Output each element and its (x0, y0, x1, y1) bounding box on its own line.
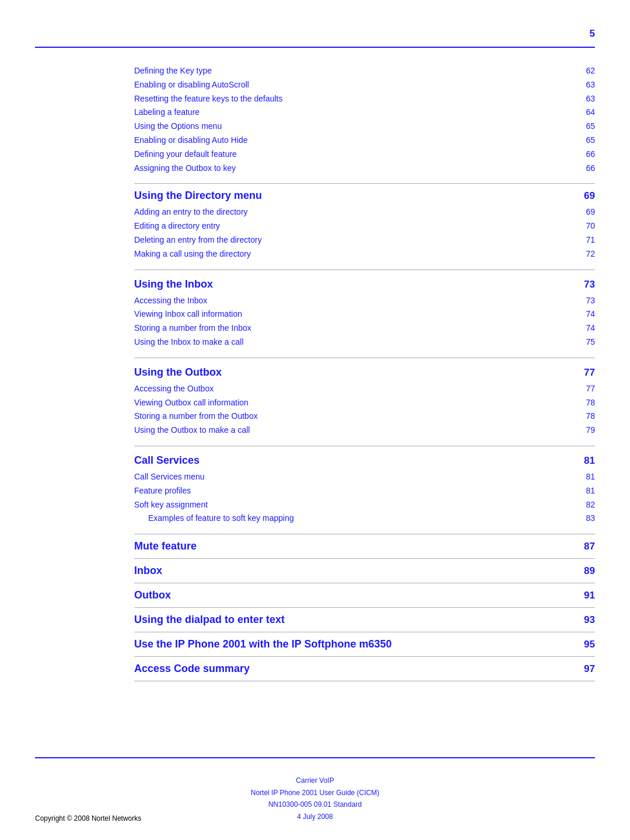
entry-text: Deleting an entry from the directory (134, 233, 262, 247)
toc-entry[interactable]: Viewing Outbox call information 78 (134, 396, 595, 410)
toc-entry[interactable]: Enabling or disabling Auto Hide 65 (134, 134, 595, 148)
entry-page: 75 (582, 335, 595, 349)
standalone-page: 97 (584, 663, 595, 675)
section-title: Using the Directory menu (134, 190, 262, 202)
entry-page: 77 (582, 382, 595, 396)
toc-entry[interactable]: Defining the Key type 62 (134, 64, 595, 78)
standalone-inbox[interactable]: Inbox 89 (134, 559, 595, 583)
toc-entry[interactable]: Using the Inbox to make a call 75 (134, 335, 595, 349)
toc-entry[interactable]: Call Services menu 81 (134, 470, 595, 484)
section-page: 77 (578, 367, 595, 379)
toc-entry[interactable]: Storing a number from the Inbox 74 (134, 321, 595, 335)
footer-rule (35, 757, 595, 758)
standalone-page: 89 (584, 565, 595, 577)
section-page: 69 (578, 190, 595, 202)
toc-entry[interactable]: Feature profiles 81 (134, 484, 595, 498)
section-header[interactable]: Using the Outbox 77 (134, 366, 595, 379)
page-number: 5 (590, 28, 595, 40)
toc-entry[interactable]: Defining your default feature 66 (134, 148, 595, 162)
standalone-title: Using the dialpad to enter text (134, 614, 285, 626)
toc-entry[interactable]: Accessing the Inbox 73 (134, 294, 595, 308)
entry-text: Accessing the Inbox (134, 294, 207, 308)
entry-text: Assigning the Outbox to key (134, 162, 236, 176)
entry-text: Using the Outbox to make a call (134, 424, 250, 438)
toc-entry[interactable]: Soft key assignment 82 (134, 498, 595, 512)
entry-text: Making a call using the directory (134, 247, 251, 261)
toc-entry[interactable]: Viewing Inbox call information 74 (134, 307, 595, 321)
section-header[interactable]: Call Services 81 (134, 454, 595, 467)
entry-text: Enabling or disabling Auto Hide (134, 134, 248, 148)
toc-entry[interactable]: Labeling a feature 64 (134, 106, 595, 120)
entry-text: Examples of feature to soft key mapping (148, 512, 294, 526)
toc-entry[interactable]: Storing a number from the Outbox 78 (134, 410, 595, 424)
standalone-page: 91 (584, 590, 595, 601)
entry-text: Using the Options menu (134, 120, 222, 134)
standalone-title: Mute feature (134, 540, 197, 552)
toc-entry[interactable]: Editing a directory entry 70 (134, 219, 595, 233)
standalone-title: Inbox (134, 565, 162, 577)
footer-line2: Nortel IP Phone 2001 User Guide (CICM) (0, 787, 630, 799)
toc-entry[interactable]: Examples of feature to soft key mapping … (134, 512, 595, 526)
entry-page: 65 (582, 134, 595, 148)
standalone-use-ip-phone[interactable]: Use the IP Phone 2001 with the IP Softph… (134, 632, 595, 657)
entry-page: 72 (582, 247, 595, 261)
toc-entry[interactable]: Using the Outbox to make a call 79 (134, 424, 595, 438)
section-page: 81 (578, 455, 595, 467)
entry-page: 81 (582, 470, 595, 484)
standalone-outbox[interactable]: Outbox 91 (134, 583, 595, 608)
entry-page: 62 (582, 64, 595, 78)
footer-line1: Carrier VoIP (0, 775, 630, 786)
entry-text: Soft key assignment (134, 498, 208, 512)
entry-text: Using the Inbox to make a call (134, 335, 244, 349)
standalone-access-code[interactable]: Access Code summary 97 (134, 657, 595, 681)
entry-text: Labeling a feature (134, 106, 200, 120)
standalone-page: 95 (584, 639, 595, 650)
toc-sections: Using the Directory menu 69 Adding an en… (134, 184, 595, 534)
toc-entry[interactable]: Adding an entry to the directory 69 (134, 205, 595, 219)
entry-text: Defining the Key type (134, 64, 212, 78)
standalone-title: Outbox (134, 589, 171, 601)
entry-page: 64 (582, 106, 595, 120)
section-using-directory-menu: Using the Directory menu 69 Adding an en… (134, 184, 595, 270)
standalone-mute-feature[interactable]: Mute feature 87 (134, 534, 595, 559)
entry-page: 70 (582, 219, 595, 233)
entry-text: Defining your default feature (134, 148, 237, 162)
entry-page: 83 (582, 512, 595, 526)
entry-text: Enabling or disabling AutoScroll (134, 78, 249, 92)
entry-page: 65 (582, 120, 595, 134)
toc-content: Defining the Key type 62 Enabling or dis… (134, 58, 595, 681)
toc-entry[interactable]: Enabling or disabling AutoScroll 63 (134, 78, 595, 92)
entry-page: 79 (582, 424, 595, 438)
standalone-sections: Mute feature 87 Inbox 89 Outbox 91 Using… (134, 534, 595, 681)
entry-text: Call Services menu (134, 470, 205, 484)
toc-entry[interactable]: Assigning the Outbox to key 66 (134, 162, 595, 176)
footer-line3: NN10300-005 09.01 Standard (0, 799, 630, 810)
section-header[interactable]: Using the Directory menu 69 (134, 190, 595, 202)
entry-page: 73 (582, 294, 595, 308)
standalone-using-dialpad[interactable]: Using the dialpad to enter text 93 (134, 608, 595, 632)
section-page: 73 (578, 279, 595, 290)
standalone-title: Access Code summary (134, 663, 250, 675)
toc-entry[interactable]: Deleting an entry from the directory 71 (134, 233, 595, 247)
entry-page: 66 (582, 148, 595, 162)
entry-page: 82 (582, 498, 595, 512)
toc-entry[interactable]: Accessing the Outbox 77 (134, 382, 595, 396)
entry-page: 78 (582, 410, 595, 424)
entry-page: 63 (582, 78, 595, 92)
entry-page: 66 (582, 162, 595, 176)
toc-entry[interactable]: Resetting the feature keys to the defaul… (134, 92, 595, 106)
entry-text: Viewing Inbox call information (134, 307, 242, 321)
toc-entry[interactable]: Making a call using the directory 72 (134, 247, 595, 261)
entry-text: Feature profiles (134, 484, 191, 498)
entry-page: 74 (582, 321, 595, 335)
entry-text: Editing a directory entry (134, 219, 220, 233)
entry-text: Resetting the feature keys to the defaul… (134, 92, 283, 106)
copyright: Copyright © 2008 Nortel Networks (35, 814, 141, 822)
entry-text: Storing a number from the Inbox (134, 321, 251, 335)
section-header[interactable]: Using the Inbox 73 (134, 278, 595, 290)
section-using-outbox: Using the Outbox 77 Accessing the Outbox… (134, 358, 595, 446)
plain-toc-section: Defining the Key type 62 Enabling or dis… (134, 58, 595, 184)
toc-entry[interactable]: Using the Options menu 65 (134, 120, 595, 134)
entry-text: Viewing Outbox call information (134, 396, 249, 410)
section-title: Call Services (134, 454, 200, 467)
